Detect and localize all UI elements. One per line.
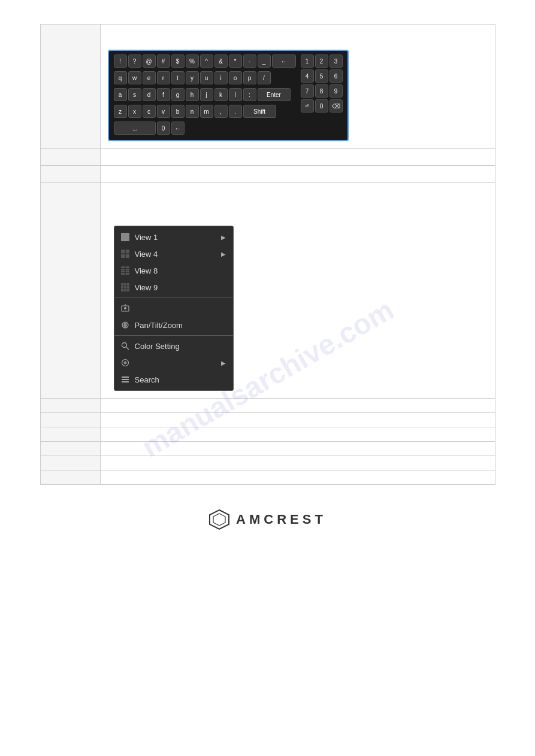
keyboard-row-asdf: a s d f g h j k l : Enter bbox=[114, 88, 296, 101]
small-content-1 bbox=[100, 399, 495, 413]
key-dollar[interactable]: $ bbox=[171, 54, 185, 68]
key-enter[interactable]: Enter bbox=[258, 88, 291, 101]
svg-point-16 bbox=[124, 307, 126, 309]
key-d[interactable]: d bbox=[143, 88, 156, 101]
key-e[interactable]: e bbox=[143, 71, 156, 84]
keyboard-content: ! ? @ # $ % ^ & * - _ ← bbox=[100, 25, 495, 149]
key-i[interactable]: i bbox=[214, 71, 228, 84]
svg-rect-22 bbox=[122, 377, 129, 378]
menu-item-view9[interactable]: View 9 bbox=[114, 279, 233, 296]
numpad-key-4[interactable]: 4 bbox=[301, 69, 314, 83]
numpad-key-7[interactable]: 7 bbox=[301, 84, 314, 98]
key-zero[interactable]: 0 bbox=[157, 122, 170, 135]
menu-item-view1[interactable]: View 1 ▶ bbox=[114, 229, 233, 245]
key-z[interactable]: z bbox=[114, 105, 127, 118]
numpad-key-3[interactable]: 3 bbox=[330, 54, 343, 68]
key-q[interactable]: q bbox=[114, 71, 127, 84]
key-ampersand[interactable]: & bbox=[214, 54, 228, 68]
menu-item-mainmenu[interactable]: Search bbox=[114, 371, 233, 388]
numpad-key-enter[interactable]: ⏎ bbox=[301, 99, 314, 113]
menu-item-view4[interactable]: View 4 ▶ bbox=[114, 245, 233, 262]
key-at[interactable]: @ bbox=[143, 54, 156, 68]
key-w[interactable]: w bbox=[128, 71, 141, 84]
key-space[interactable]: ⎵ bbox=[114, 122, 156, 135]
key-j[interactable]: j bbox=[200, 88, 213, 101]
view9-icon bbox=[120, 283, 130, 292]
search-icon bbox=[120, 341, 130, 351]
numpad-key-1[interactable]: 1 bbox=[301, 54, 314, 68]
key-minus[interactable]: - bbox=[243, 54, 256, 68]
numpad-key-9[interactable]: 9 bbox=[330, 84, 343, 98]
key-exclaim[interactable]: ! bbox=[114, 54, 127, 68]
brand-name: AMCREST bbox=[236, 512, 327, 527]
key-y[interactable]: y bbox=[186, 71, 199, 84]
context-menu: View 1 ▶ View 4 ▶ bbox=[114, 226, 234, 391]
numpad-row-4: ⏎ 0 ⌫ bbox=[301, 99, 343, 113]
svg-rect-24 bbox=[122, 381, 129, 382]
key-g[interactable]: g bbox=[171, 88, 185, 101]
manual-arrow: ▶ bbox=[221, 360, 226, 366]
view1-arrow: ▶ bbox=[221, 234, 226, 241]
key-x[interactable]: x bbox=[128, 105, 141, 118]
key-backspace-top[interactable]: ← bbox=[272, 54, 296, 68]
key-l[interactable]: l bbox=[229, 88, 242, 101]
key-comma[interactable]: , bbox=[214, 105, 228, 118]
key-slash[interactable]: / bbox=[258, 71, 271, 84]
key-colon[interactable]: : bbox=[243, 88, 256, 101]
context-menu-row: View 1 ▶ View 4 ▶ bbox=[40, 183, 495, 399]
key-backspace-bottom[interactable]: ← bbox=[171, 122, 185, 135]
small-label-2 bbox=[40, 413, 100, 427]
key-shift[interactable]: Shift bbox=[243, 105, 276, 118]
empty-content-1 bbox=[100, 149, 495, 166]
key-r[interactable]: r bbox=[157, 71, 170, 84]
small-content-3 bbox=[100, 427, 495, 442]
svg-line-19 bbox=[126, 347, 129, 350]
key-b[interactable]: b bbox=[171, 105, 185, 118]
numpad-key-6[interactable]: 6 bbox=[330, 69, 343, 83]
empty-label-1 bbox=[40, 149, 100, 166]
svg-marker-25 bbox=[210, 510, 229, 529]
view1-icon bbox=[120, 232, 130, 242]
key-h[interactable]: h bbox=[186, 88, 199, 101]
key-t[interactable]: t bbox=[171, 71, 185, 84]
small-label-4 bbox=[40, 442, 100, 456]
svg-rect-9 bbox=[121, 283, 129, 292]
numpad: 1 2 3 4 5 6 7 8 bbox=[301, 54, 343, 113]
menu-item-view8[interactable]: View 8 bbox=[114, 262, 233, 279]
view4-arrow: ▶ bbox=[221, 251, 226, 257]
svg-point-21 bbox=[123, 362, 126, 365]
key-question[interactable]: ? bbox=[128, 54, 141, 68]
menu-item-search[interactable]: Color Setting bbox=[114, 338, 233, 354]
numpad-key-backspace[interactable]: ⌫ bbox=[330, 99, 343, 113]
numpad-key-2[interactable]: 2 bbox=[315, 54, 328, 68]
key-asterisk[interactable]: * bbox=[229, 54, 242, 68]
key-c[interactable]: c bbox=[143, 105, 156, 118]
menu-item-manual[interactable]: ▶ bbox=[114, 354, 233, 371]
onscreen-keyboard: ! ? @ # $ % ^ & * - _ ← bbox=[108, 50, 349, 141]
key-percent[interactable]: % bbox=[186, 54, 199, 68]
numpad-key-0[interactable]: 0 bbox=[315, 99, 328, 113]
small-row-3 bbox=[40, 427, 495, 442]
key-hash[interactable]: # bbox=[157, 54, 170, 68]
key-o[interactable]: o bbox=[229, 71, 242, 84]
key-m[interactable]: m bbox=[200, 105, 213, 118]
key-p[interactable]: p bbox=[243, 71, 256, 84]
small-content-5 bbox=[100, 456, 495, 470]
menu-item-color[interactable]: Pan/Tilt/Zoom bbox=[114, 317, 233, 333]
key-period[interactable]: . bbox=[229, 105, 242, 118]
key-f[interactable]: f bbox=[157, 88, 170, 101]
key-underscore[interactable]: _ bbox=[258, 54, 271, 68]
key-caret[interactable]: ^ bbox=[200, 54, 213, 68]
numpad-key-8[interactable]: 8 bbox=[315, 84, 328, 98]
key-v[interactable]: v bbox=[157, 105, 170, 118]
key-a[interactable]: a bbox=[114, 88, 127, 101]
key-k[interactable]: k bbox=[214, 88, 228, 101]
key-u[interactable]: u bbox=[200, 71, 213, 84]
main-table: ! ? @ # $ % ^ & * - _ ← bbox=[40, 24, 495, 485]
small-row-2 bbox=[40, 413, 495, 427]
menu-item-ptz[interactable] bbox=[114, 300, 233, 317]
key-n[interactable]: n bbox=[186, 105, 199, 118]
keyboard-label bbox=[40, 25, 100, 149]
numpad-key-5[interactable]: 5 bbox=[315, 69, 328, 83]
key-s[interactable]: s bbox=[128, 88, 141, 101]
